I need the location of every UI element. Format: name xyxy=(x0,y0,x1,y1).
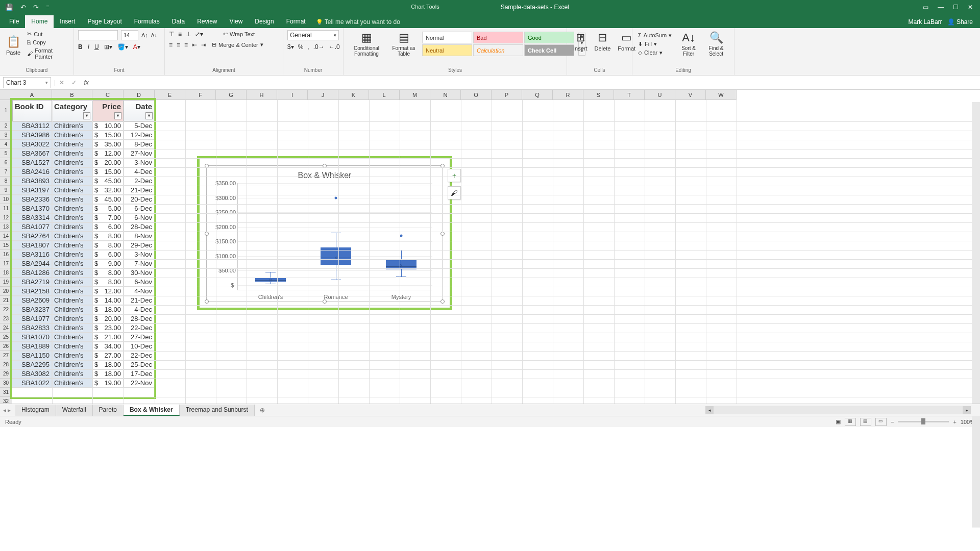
decrease-indent-icon[interactable]: ⇤ xyxy=(192,41,197,48)
table-cell[interactable]: SBA3022 xyxy=(12,140,52,149)
table-cell[interactable]: $7.00 xyxy=(92,213,124,222)
row-header[interactable]: 16 xyxy=(0,250,12,259)
table-cell[interactable]: SBA1150 xyxy=(12,351,52,360)
cut-button[interactable]: ✂Cut xyxy=(26,30,69,38)
table-cell[interactable]: Children's xyxy=(52,287,92,296)
row-header[interactable]: 3 xyxy=(0,131,12,140)
number-format-combo[interactable]: General▾ xyxy=(287,30,339,40)
table-cell[interactable]: $15.00 xyxy=(92,167,124,177)
row-header[interactable]: 4 xyxy=(0,140,12,149)
table-cell[interactable]: Children's xyxy=(52,278,92,287)
table-cell[interactable]: 6-Nov xyxy=(124,213,155,222)
table-cell[interactable]: $45.00 xyxy=(92,177,124,186)
chart-plot-area[interactable]: $-$50.00$100.00$150.00$200.00$250.00$300… xyxy=(237,183,432,290)
chevron-down-icon[interactable]: ▾ xyxy=(45,80,48,85)
table-row[interactable]: SBA1070Children's$21.0027-Dec xyxy=(12,333,155,342)
sheet-tab[interactable]: Waterfall xyxy=(56,405,93,416)
row-header[interactable]: 9 xyxy=(0,186,12,195)
table-cell[interactable]: Children's xyxy=(52,360,92,369)
table-cell[interactable]: 22-Nov xyxy=(124,379,155,388)
style-normal[interactable]: Normal xyxy=(422,32,472,43)
row-header[interactable]: 11 xyxy=(0,204,12,213)
table-cell[interactable]: $14.00 xyxy=(92,296,124,305)
row-header[interactable]: 27 xyxy=(0,351,12,360)
row-header[interactable]: 14 xyxy=(0,232,12,241)
table-cell[interactable]: $9.00 xyxy=(92,259,124,268)
share-button[interactable]: 👤 Share xyxy=(947,18,973,26)
table-cell[interactable]: 20-Dec xyxy=(124,195,155,204)
sheet-tab[interactable]: Pareto xyxy=(93,405,124,416)
table-cell[interactable]: SBA1077 xyxy=(12,222,52,232)
table-cell[interactable]: 27-Dec xyxy=(124,333,155,342)
vertical-scrollbar[interactable] xyxy=(972,102,980,528)
ribbon-tab-design[interactable]: Design xyxy=(249,15,280,28)
table-cell[interactable]: Children's xyxy=(52,195,92,204)
table-cell[interactable]: Children's xyxy=(52,379,92,388)
column-header[interactable]: R xyxy=(553,90,583,99)
page-break-view-button[interactable]: ▭ xyxy=(875,418,887,426)
row-header[interactable]: 19 xyxy=(0,278,12,287)
table-cell[interactable]: 21-Dec xyxy=(124,296,155,305)
table-cell[interactable]: $45.00 xyxy=(92,195,124,204)
table-row[interactable]: SBA2833Children's$23.0022-Dec xyxy=(12,323,155,333)
ribbon-tab-data[interactable]: Data xyxy=(166,15,191,28)
table-cell[interactable]: Children's xyxy=(52,296,92,305)
table-cell[interactable]: SBA2719 xyxy=(12,278,52,287)
table-cell[interactable]: $18.00 xyxy=(92,360,124,369)
row-header[interactable]: 15 xyxy=(0,241,12,250)
table-row[interactable]: SBA3022Children's$35.008-Dec xyxy=(12,140,155,149)
percent-icon[interactable]: % xyxy=(298,43,304,51)
row-header[interactable]: 2 xyxy=(0,121,12,131)
align-center-icon[interactable]: ≡ xyxy=(177,41,180,48)
row-header[interactable]: 25 xyxy=(0,333,12,342)
table-row[interactable]: SBA1889Children's$34.0010-Dec xyxy=(12,342,155,351)
table-cell[interactable]: 21-Dec xyxy=(124,186,155,195)
sheet-nav-icon[interactable]: ◂ ▸ xyxy=(3,407,11,414)
table-row[interactable]: SBA1077Children's$6.0028-Dec xyxy=(12,222,155,232)
table-cell[interactable]: SBA1527 xyxy=(12,158,52,167)
table-cell[interactable]: Children's xyxy=(52,177,92,186)
table-row[interactable]: SBA2609Children's$14.0021-Dec xyxy=(12,296,155,305)
table-cell[interactable]: SBA1977 xyxy=(12,314,52,323)
table-cell[interactable]: $21.00 xyxy=(92,333,124,342)
column-header[interactable]: G xyxy=(216,90,247,99)
table-cell[interactable]: SBA1807 xyxy=(12,241,52,250)
table-cell[interactable]: Children's xyxy=(52,121,92,131)
ribbon-tab-view[interactable]: View xyxy=(224,15,249,28)
table-cell[interactable]: $19.00 xyxy=(92,379,124,388)
table-row[interactable]: SBA3986Children's$15.0012-Dec xyxy=(12,131,155,140)
table-row[interactable]: SBA1977Children's$20.0028-Dec xyxy=(12,314,155,323)
table-cell[interactable]: SBA2295 xyxy=(12,360,52,369)
table-cell[interactable]: SBA2609 xyxy=(12,296,52,305)
table-cell[interactable]: Children's xyxy=(52,323,92,333)
table-cell[interactable]: Children's xyxy=(52,158,92,167)
find-select-button[interactable]: 🔍Find & Select xyxy=(704,30,728,58)
table-cell[interactable]: $32.00 xyxy=(92,186,124,195)
row-header[interactable]: 10 xyxy=(0,195,12,204)
decrease-decimal-icon[interactable]: ←.0 xyxy=(329,43,340,51)
table-cell[interactable]: Children's xyxy=(52,232,92,241)
normal-view-button[interactable]: ▦ xyxy=(845,418,856,426)
table-row[interactable]: SBA2336Children's$45.0020-Dec xyxy=(12,195,155,204)
row-header[interactable]: 28 xyxy=(0,360,12,369)
row-header[interactable]: 12 xyxy=(0,213,12,222)
table-cell[interactable]: 28-Dec xyxy=(124,314,155,323)
ribbon-tab-formulas[interactable]: Formulas xyxy=(128,15,166,28)
table-cell[interactable]: $12.00 xyxy=(92,149,124,158)
style-neutral[interactable]: Neutral xyxy=(422,44,472,56)
table-row[interactable]: SBA3667Children's$12.0027-Nov xyxy=(12,149,155,158)
column-header[interactable]: O xyxy=(461,90,492,99)
table-cell[interactable]: 30-Nov xyxy=(124,268,155,278)
table-row[interactable]: SBA2764Children's$8.008-Nov xyxy=(12,232,155,241)
table-cell[interactable]: 4-Dec xyxy=(124,305,155,314)
table-cell[interactable]: $35.00 xyxy=(92,140,124,149)
table-cell[interactable]: SBA2336 xyxy=(12,195,52,204)
table-cell[interactable]: $18.00 xyxy=(92,305,124,314)
save-icon[interactable]: 💾 xyxy=(5,4,13,11)
maximize-icon[interactable]: ☐ xyxy=(953,4,959,11)
align-left-icon[interactable]: ≡ xyxy=(169,41,173,48)
table-cell[interactable]: $10.00 xyxy=(92,121,124,131)
table-cell[interactable]: Children's xyxy=(52,186,92,195)
align-top-icon[interactable]: ⊤ xyxy=(169,31,174,38)
minimize-icon[interactable]: — xyxy=(938,4,944,11)
